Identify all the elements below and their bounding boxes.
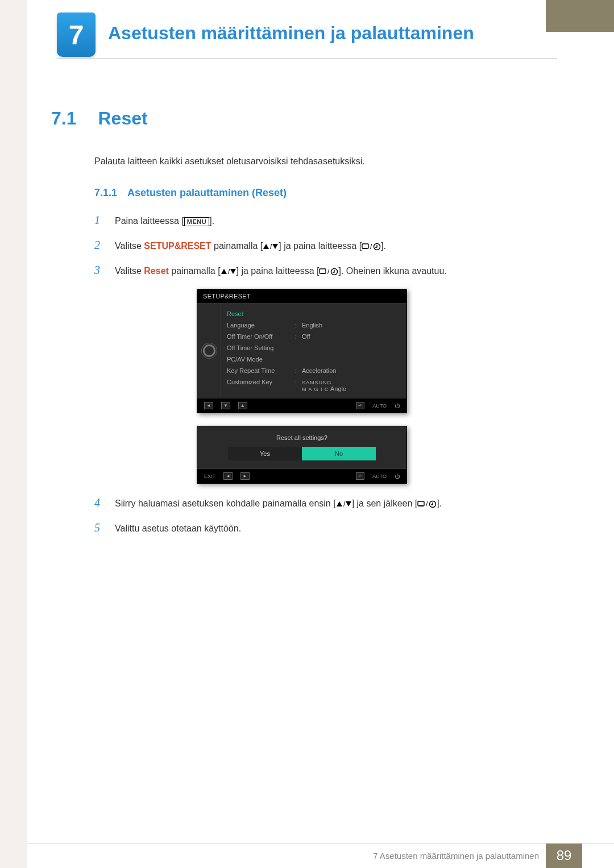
enter-icon: ↵ xyxy=(356,472,364,480)
svg-rect-11 xyxy=(321,273,325,274)
osd-row-reset: Reset xyxy=(227,308,401,319)
footer-chapter-text: 7 Asetusten määrittäminen ja palauttamin… xyxy=(373,851,546,861)
reset-keyword: Reset xyxy=(144,266,169,276)
samsung-magic-label: SAMSUNGM A G I C xyxy=(302,380,332,392)
svg-marker-9 xyxy=(230,269,236,274)
step-number: 3 xyxy=(94,261,103,279)
dialog-yes-button: Yes xyxy=(228,447,302,460)
osd-item-label: Language xyxy=(227,322,295,329)
svg-text:/: / xyxy=(343,500,346,508)
step-1: 1 Paina laitteessa [MENU]. xyxy=(94,211,557,229)
footer-divider xyxy=(27,843,614,844)
gear-icon xyxy=(203,344,215,357)
dialog-question: Reset all settings? xyxy=(197,426,406,447)
osd-row-customized-key: Customized Key : SAMSUNGM A G I C Angle xyxy=(227,376,401,394)
osd-menu-body: Reset Language : English Off Timer On/Of… xyxy=(197,304,406,398)
svg-marker-7 xyxy=(221,269,227,274)
svg-text:/: / xyxy=(426,500,428,508)
step-text: Siirry haluamasi asetuksen kohdalle pain… xyxy=(115,497,557,510)
page-number-box: 89 xyxy=(546,843,582,868)
svg-marker-14 xyxy=(337,501,342,506)
step-text: Valitse Reset painamalla [/] ja paina la… xyxy=(115,264,557,278)
osd-item-label: PC/AV Mode xyxy=(227,356,295,363)
steps-list: 1 Paina laitteessa [MENU]. 2 Valitse SET… xyxy=(94,211,557,536)
osd-row-offtimer-onoff: Off Timer On/Off : Off xyxy=(227,331,401,342)
source-enter-icon: / xyxy=(417,499,437,508)
chapter-number: 7 xyxy=(69,19,84,51)
page-footer: 7 Asetusten määrittäminen ja palauttamin… xyxy=(0,843,614,868)
svg-rect-18 xyxy=(419,505,423,506)
svg-rect-3 xyxy=(362,244,368,248)
osd-item-value: Off xyxy=(302,333,401,340)
subsection-title: Asetusten palauttaminen (Reset) xyxy=(127,187,287,199)
osd-row-language: Language : English xyxy=(227,319,401,331)
step-3: 3 Valitse Reset painamalla [/] ja paina … xyxy=(94,261,557,279)
section-intro: Palauta laitteen kaikki asetukset oletus… xyxy=(94,156,557,167)
step-text: Valitse SETUP&RESET painamalla [/] ja pa… xyxy=(115,239,557,253)
right-arrow-icon: ► xyxy=(240,472,250,480)
auto-label: AUTO xyxy=(372,474,387,479)
osd-icon-column xyxy=(197,304,221,398)
step-number: 5 xyxy=(94,519,103,536)
subsection-number: 7.1.1 xyxy=(94,187,117,199)
top-right-stripe xyxy=(546,0,614,32)
step-text: Valittu asetus otetaan käyttöön. xyxy=(115,522,557,535)
osd-item-label: Reset xyxy=(227,310,295,317)
step-number: 4 xyxy=(94,494,103,511)
osd-menu: SETUP&RESET Reset Language : English xyxy=(197,289,407,413)
osd-dialog-footer: EXIT ◄ ► ↵ AUTO ⏻ xyxy=(197,468,406,483)
step-number: 2 xyxy=(94,236,103,254)
auto-label: AUTO xyxy=(372,403,387,409)
osd-confirm-dialog: Reset all settings? Yes No EXIT ◄ ► ↵ AU… xyxy=(197,426,407,484)
svg-rect-17 xyxy=(418,501,424,506)
svg-rect-10 xyxy=(320,269,326,273)
exit-label: EXIT xyxy=(204,474,215,479)
svg-marker-0 xyxy=(263,244,269,249)
svg-text:/: / xyxy=(270,243,272,251)
subsection-heading: 7.1.1 Asetusten palauttaminen (Reset) xyxy=(94,187,557,199)
osd-screenshot-container: SETUP&RESET Reset Language : English xyxy=(197,289,407,484)
setup-reset-keyword: SETUP&RESET xyxy=(144,241,211,251)
up-down-arrows-icon: / xyxy=(221,266,237,276)
source-enter-icon: / xyxy=(319,266,338,276)
osd-item-label: Customized Key xyxy=(227,379,295,392)
svg-text:/: / xyxy=(228,268,230,276)
osd-row-pcav-mode: PC/AV Mode xyxy=(227,354,401,365)
osd-row-offtimer-setting: Off Timer Setting xyxy=(227,342,401,354)
svg-marker-16 xyxy=(346,501,351,506)
osd-menu-header: SETUP&RESET xyxy=(197,289,406,304)
osd-item-value: Acceleration xyxy=(302,367,401,374)
enter-icon: ↵ xyxy=(356,402,364,409)
svg-rect-4 xyxy=(363,248,367,249)
power-icon: ⏻ xyxy=(395,474,400,479)
page-number: 89 xyxy=(557,848,572,863)
up-down-arrows-icon: / xyxy=(336,499,352,508)
svg-marker-2 xyxy=(272,244,278,249)
left-arrow-icon: ◄ xyxy=(204,402,213,409)
step-2: 2 Valitse SETUP&RESET painamalla [/] ja … xyxy=(94,236,557,254)
osd-item-value: SAMSUNGM A G I C Angle xyxy=(302,379,401,392)
left-arrow-icon: ◄ xyxy=(223,472,233,480)
osd-item-label: Key Repeat Time xyxy=(227,367,295,374)
power-icon: ⏻ xyxy=(395,403,400,409)
osd-item-list: Reset Language : English Off Timer On/Of… xyxy=(221,304,406,398)
step-number: 1 xyxy=(94,211,103,229)
left-margin-stripe xyxy=(0,0,27,868)
step-4: 4 Siirry haluamasi asetuksen kohdalle pa… xyxy=(94,494,557,511)
dialog-no-button: No xyxy=(302,447,376,460)
chapter-number-badge: 7 xyxy=(57,13,96,57)
chapter-underline xyxy=(57,58,557,59)
down-arrow-icon: ▼ xyxy=(221,402,230,409)
osd-item-label: Off Timer Setting xyxy=(227,344,295,351)
osd-item-value: English xyxy=(302,322,401,329)
dialog-buttons: Yes No xyxy=(197,447,406,468)
osd-item-label: Off Timer On/Off xyxy=(227,333,295,340)
up-down-arrows-icon: / xyxy=(263,241,279,251)
osd-footer-bar: ◄ ▼ ▲ ↵ AUTO ⏻ xyxy=(197,398,406,413)
section-heading: 7.1 Reset xyxy=(51,108,557,129)
osd-row-key-repeat: Key Repeat Time : Acceleration xyxy=(227,365,401,376)
up-arrow-icon: ▲ xyxy=(238,402,247,409)
menu-key-label: MENU xyxy=(184,217,209,226)
svg-text:/: / xyxy=(327,268,330,276)
content-area: 7.1 Reset Palauta laitteen kaikki asetuk… xyxy=(51,108,557,544)
